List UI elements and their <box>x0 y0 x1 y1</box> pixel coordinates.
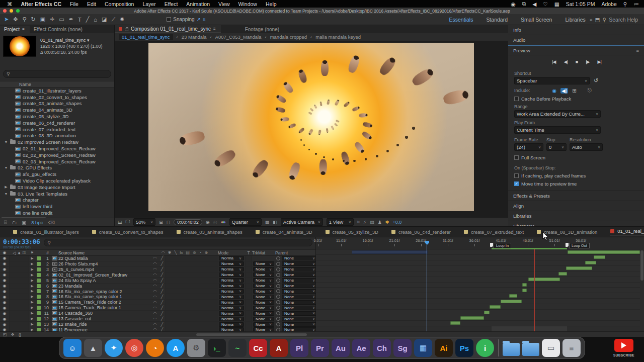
menu-user[interactable]: Adobe <box>601 1 616 7</box>
after-effects-icon[interactable]: Ae <box>352 339 370 357</box>
prelude-icon[interactable]: Pl <box>290 339 308 357</box>
pickwhip-icon[interactable] <box>276 273 280 277</box>
layer-shy-icon[interactable]: ◠ <box>151 289 158 294</box>
layer-t-toggle[interactable] <box>245 316 252 321</box>
twirl-icon[interactable]: ▼ <box>4 192 8 196</box>
pickwhip-icon[interactable] <box>276 317 280 321</box>
menu-item-after-effects-cc[interactable]: After Effects CC <box>21 1 62 7</box>
layer-switch-cells[interactable] <box>166 294 218 299</box>
folder-icon-1[interactable] <box>503 343 520 356</box>
layer-shy-icon[interactable]: ◠ <box>151 306 158 310</box>
new-folder-icon[interactable]: 🗀 <box>12 220 17 225</box>
layer-visibility-icon[interactable]: ◉ <box>0 300 9 305</box>
layer-duration-bar[interactable] <box>585 261 596 264</box>
layer-label-chip[interactable] <box>35 267 42 272</box>
project-name-column-header[interactable]: Name <box>0 81 114 87</box>
layer-switch-cells[interactable] <box>166 305 218 310</box>
workspace-standard[interactable]: Standard <box>486 17 508 23</box>
layer-parent-select[interactable]: None∨ <box>275 295 318 299</box>
layer-label-chip[interactable] <box>35 306 42 310</box>
photoshop-icon[interactable]: Ps <box>455 339 473 357</box>
layer-av-cells[interactable] <box>9 261 29 266</box>
layer-duration-row[interactable] <box>316 266 640 272</box>
layer-parent-select[interactable]: None∨ <box>275 317 318 321</box>
comp-strip-tab[interactable]: create_04_animate_3D <box>256 229 312 235</box>
comp-strip-tab[interactable]: create_05_stylize_3D <box>326 229 378 235</box>
layer-switch-cells[interactable] <box>166 289 218 294</box>
layer-av-cells[interactable] <box>9 316 29 321</box>
layer-twirl-icon[interactable]: ▶ <box>29 306 35 310</box>
layer-switch-cells[interactable] <box>166 261 218 266</box>
project-item[interactable]: 02_01_Improved_Screen_Redraw <box>0 145 114 152</box>
current-time-display[interactable]: 0:00:33:06 00798 (24.00 fps) <box>0 237 43 249</box>
marker-line[interactable] <box>534 249 535 331</box>
layer-t-toggle[interactable] <box>245 284 252 289</box>
comp-strip-tab[interactable]: create_02_convert_to_shapes <box>92 229 164 235</box>
expand-inout-pane-icon[interactable]: ❖ <box>11 332 15 337</box>
menu-item-window[interactable]: Window <box>238 1 257 7</box>
layer-parent-select[interactable]: None∨ <box>275 306 318 310</box>
layer-parent-select[interactable]: None∨ <box>275 311 318 316</box>
panel-header-libraries[interactable]: Libraries <box>508 211 644 221</box>
snapping-checkbox[interactable] <box>167 17 171 22</box>
layer-label-chip[interactable] <box>35 300 42 304</box>
mirror-icon[interactable]: 🖵 <box>126 219 130 225</box>
layer-t-toggle[interactable] <box>245 294 252 299</box>
layer-t-toggle[interactable] <box>245 273 252 278</box>
overlays-frame-icon[interactable]: ⊞ <box>572 88 576 94</box>
pickwhip-icon[interactable] <box>276 322 280 326</box>
comp-strip-tab[interactable]: create_01_illustrator_layers <box>13 229 79 235</box>
layer-label-chip[interactable] <box>35 279 42 283</box>
shape-tool[interactable]: ▭ <box>59 16 64 23</box>
layer-t-toggle[interactable] <box>245 300 252 305</box>
export-icon[interactable]: ⎋ <box>588 87 592 94</box>
breadcrumb-item[interactable]: malia mandala keyed <box>315 34 361 40</box>
layer-visibility-icon[interactable]: ◉ <box>0 317 9 321</box>
layer-twirl-icon[interactable]: ▶ <box>29 295 35 299</box>
layer-name[interactable]: 26 Photo Slats.mp4 <box>58 261 151 266</box>
tab-composition[interactable]: Composition 01_01_real_time_sync ≡ <box>115 25 221 33</box>
layer-trkmat-select[interactable]: None∨ <box>252 289 275 294</box>
layer-row[interactable]: ◉▶524 Slo Mo Spray A◠╱Norma∨None∨None∨ <box>0 278 315 284</box>
system-preferences-icon[interactable]: ⚙ <box>187 339 205 357</box>
layer-duration-row[interactable] <box>316 315 640 321</box>
label-column-icon[interactable]: ⚑ <box>29 251 35 255</box>
layer-parent-select[interactable]: None∨ <box>275 284 318 288</box>
layer-name[interactable]: 16 Slo_mo_carve_spray color 1 <box>58 294 151 299</box>
layer-row[interactable]: ◉▶623 Mandala◠╱Norma∨None∨None∨ <box>0 284 315 289</box>
layer-quality-icon[interactable]: ╱ <box>158 322 166 327</box>
stop-button[interactable]: ■ <box>576 59 578 64</box>
layer-label-chip[interactable] <box>35 317 42 321</box>
layer-switch-cells[interactable] <box>166 284 218 289</box>
last-frame-button[interactable]: ▶| <box>597 59 601 64</box>
pickwhip-icon[interactable] <box>276 262 280 266</box>
layer-av-cells[interactable] <box>9 256 29 261</box>
collapse-column-icon[interactable]: ✱ <box>168 250 172 255</box>
layer-row[interactable]: ◉▶915 Camera_Track_Ride color 2◠╱Norma∨N… <box>0 300 315 305</box>
firefox-icon[interactable]: ◔ <box>146 339 164 357</box>
layer-switch-cells[interactable] <box>166 278 218 283</box>
layer-t-toggle[interactable] <box>245 311 252 316</box>
layer-trkmat-select[interactable]: None∨ <box>252 317 275 321</box>
layer-duration-bar[interactable] <box>352 250 428 254</box>
comp-strip-tab[interactable]: create_06_c4d_renderer <box>391 229 451 235</box>
layer-trkmat-select[interactable]: None∨ <box>252 322 275 327</box>
layer-shy-icon[interactable]: ◠ <box>151 261 158 266</box>
exposure-value[interactable]: +0.0 <box>392 220 401 225</box>
snapping-toggle[interactable]: Snapping ↗ ⌗ <box>167 17 205 23</box>
pickwhip-icon[interactable] <box>276 300 280 304</box>
layer-parent-select[interactable]: None∨ <box>275 300 318 305</box>
layer-visibility-icon[interactable]: ◉ <box>0 289 9 294</box>
tab-effect-controls[interactable]: Effect Controls (none) <box>30 26 88 33</box>
layer-t-toggle[interactable] <box>245 278 252 283</box>
snap-angle-icon[interactable]: ↗ <box>197 17 201 22</box>
layer-parent-select[interactable]: None∨ <box>275 278 318 283</box>
layer-parent-select[interactable]: None∨ <box>275 273 318 277</box>
layer-duration-bar[interactable] <box>566 266 592 270</box>
flag-icon[interactable]: ▦ <box>554 1 559 7</box>
layer-twirl-icon[interactable]: ▶ <box>29 289 35 293</box>
snap-frame-icon[interactable]: ⌗ <box>203 17 206 23</box>
workspace-overflow-chevron[interactable]: » <box>590 17 593 23</box>
project-item[interactable]: create_03_animate_shapes <box>0 101 114 107</box>
layer-row[interactable]: ◉▶816 Slo_mo_carve_spray color 1◠╱Norma∨… <box>0 294 315 300</box>
